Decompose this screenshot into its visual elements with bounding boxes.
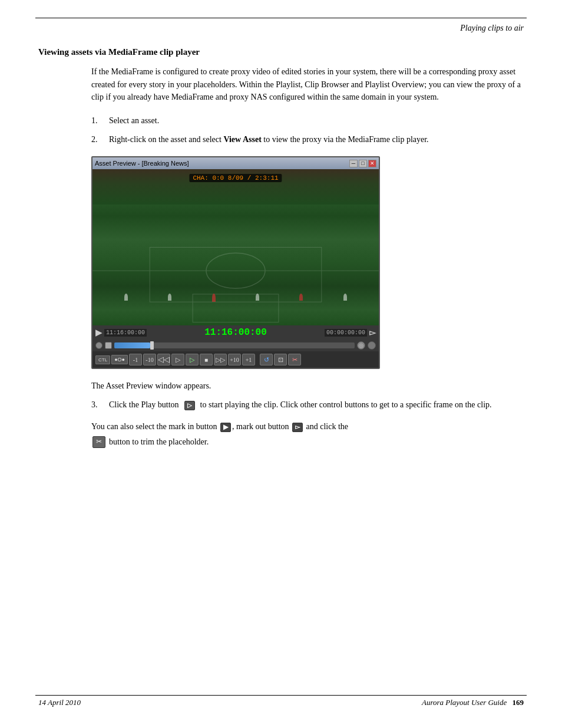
step-3: 3. Click the Play button ▷ to start play… xyxy=(91,398,524,411)
step-1: 1. Select an asset. xyxy=(91,114,524,127)
footer-product: Aurora Playout User Guide xyxy=(422,698,507,707)
timecode-right: 00:00:00:00 xyxy=(325,329,367,337)
note-text-mid2: and click the xyxy=(304,422,348,431)
page-header: Playing clips to air xyxy=(460,24,524,33)
player-silhouettes xyxy=(92,294,379,302)
window-titlebar: Asset Preview - [Breaking News] ─ □ ✕ xyxy=(92,157,379,169)
volume-indicator xyxy=(105,342,112,349)
timecode-bar: ▶ 11:16:00:00 11:16:00:00 00:00:00:00 ▻ xyxy=(92,325,379,340)
footer-page-number: 169 xyxy=(513,698,524,707)
footer-right-group: Aurora Playout User Guide 169 xyxy=(422,698,524,707)
mark-out-display-icon: ▻ xyxy=(369,328,376,337)
footer-date: 14 April 2010 xyxy=(38,698,81,707)
play-button[interactable]: ▷ xyxy=(186,354,199,365)
fast-forward-button[interactable]: ▷▷ xyxy=(214,354,227,365)
plus1-button[interactable]: +1 xyxy=(242,354,255,365)
stop-button[interactable]: ■ xyxy=(200,354,213,365)
step-2: 2. Right-click on the asset and select V… xyxy=(91,133,524,146)
note-paragraph: You can also select the mark in button ▶… xyxy=(91,420,524,449)
section-title: Viewing assets via MediaFrame clip playe… xyxy=(38,47,524,57)
step-1-num: 1. xyxy=(91,114,109,127)
mark-in-inline-icon: ▶ xyxy=(220,423,231,432)
minus10-button[interactable]: -10 xyxy=(143,354,156,365)
step-2-num: 2. xyxy=(91,133,109,146)
minus1-button[interactable]: -1 xyxy=(129,354,142,365)
close-button[interactable]: ✕ xyxy=(368,160,376,167)
scrubber-thumb xyxy=(150,341,154,350)
top-border xyxy=(35,18,527,18)
timecode-center: 11:16:00:00 xyxy=(149,327,322,338)
main-content: Viewing assets via MediaFrame clip playe… xyxy=(38,47,524,449)
step-2-text: Right-click on the asset and select View… xyxy=(109,133,429,146)
play-button-inline-icon: ▷ xyxy=(184,401,195,410)
mark-out-inline-icon: ▻ xyxy=(292,423,303,432)
maximize-button[interactable]: □ xyxy=(359,160,367,167)
step-1-text: Select an asset. xyxy=(109,114,159,127)
step-3-text: Click the Play button ▷ to start playing… xyxy=(109,398,492,411)
field-lines-svg xyxy=(92,169,379,325)
after-preview-text: The Asset Preview window appears. xyxy=(91,380,524,393)
mark-in-display-icon: ▶ xyxy=(95,328,102,337)
record-indicator xyxy=(95,342,103,349)
header-title: Playing clips to air xyxy=(460,24,524,32)
button-row: CTL ●O● -1 -10 ◁◁ ▷ ▷ ■ ▷▷ +10 +1 ↺ ⊡ ✂ xyxy=(92,351,379,368)
note-text-end: button to trim the placeholder. xyxy=(109,435,209,449)
note-text-mid1: , mark out button xyxy=(232,422,291,431)
step-3-num: 3. xyxy=(91,398,109,411)
loop-button[interactable]: ↺ xyxy=(260,354,273,365)
snapshot-button[interactable]: ⊡ xyxy=(274,354,287,365)
ctl-button[interactable]: CTL xyxy=(95,355,110,364)
trim-scissors-icon: ✂ xyxy=(92,436,105,448)
intro-paragraph: If the MediaFrame is configured to creat… xyxy=(91,65,524,104)
note-text-before: You can also select the mark in button xyxy=(91,422,219,431)
scrubber-track[interactable] xyxy=(114,342,355,348)
minimize-button[interactable]: ─ xyxy=(349,160,358,167)
window-controls: ─ □ ✕ xyxy=(349,160,376,167)
mark-control-button[interactable]: ●O● xyxy=(111,355,128,364)
video-content: CHA: 0:0 8/09 / 2:3:11 xyxy=(92,169,379,325)
rewind-button[interactable]: ◁◁ xyxy=(157,354,170,365)
window-title-text: Asset Preview - [Breaking News] xyxy=(95,160,189,167)
trim-button[interactable]: ✂ xyxy=(288,354,301,365)
page-footer: 14 April 2010 Aurora Playout User Guide … xyxy=(38,698,524,707)
audio-knob[interactable] xyxy=(368,341,376,350)
steps-list: 1. Select an asset. 2. Right-click on th… xyxy=(91,114,524,146)
timecode-left: 11:16:00:00 xyxy=(104,329,147,337)
scrubber-fill xyxy=(114,342,150,348)
trim-note-line: ✂ button to trim the placeholder. xyxy=(91,435,524,449)
scrubber-row: ◎ xyxy=(92,340,379,351)
plus10-button[interactable]: +10 xyxy=(228,354,241,365)
video-area: CHA: 0:0 8/09 / 2:3:11 xyxy=(92,169,379,325)
asset-preview-window: Asset Preview - [Breaking News] ─ □ ✕ CH… xyxy=(91,156,380,369)
step-back-button[interactable]: ▷ xyxy=(171,354,184,365)
bottom-border xyxy=(35,695,527,696)
volume-knob[interactable]: ◎ xyxy=(357,341,365,350)
view-asset-bold: View Asset xyxy=(223,135,261,144)
